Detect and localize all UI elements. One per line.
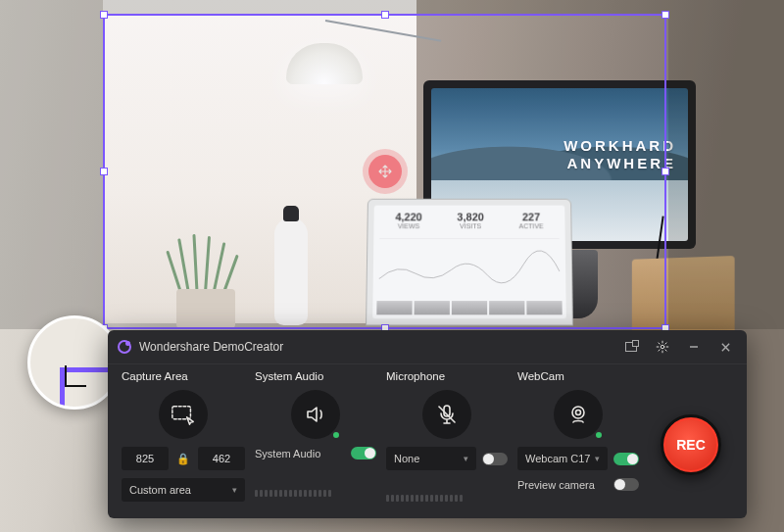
microphone-selected: None xyxy=(394,453,419,464)
mic-muted-icon xyxy=(435,403,459,426)
chevron-down-icon: ▾ xyxy=(232,485,237,495)
svg-point-4 xyxy=(576,411,581,415)
resize-handle-w[interactable] xyxy=(100,168,108,175)
preview-camera-toggle[interactable] xyxy=(613,478,639,491)
status-dot-icon xyxy=(331,430,341,440)
webcam-button[interactable] xyxy=(554,390,603,439)
popout-button[interactable] xyxy=(619,336,643,358)
speaker-icon xyxy=(304,403,327,426)
settings-button[interactable] xyxy=(651,336,674,358)
system-audio-label: System Audio xyxy=(255,448,345,459)
desktop-background: WORKHARD ANYWHERE 4,220VIEWS 3,820VISITS… xyxy=(0,0,784,532)
webcam-toggle[interactable] xyxy=(613,453,639,465)
screen-select-icon xyxy=(171,404,196,425)
capture-area-button[interactable] xyxy=(159,390,208,439)
webcam-title: WebCam xyxy=(517,370,639,382)
system-audio-title: System Audio xyxy=(255,370,376,382)
microphone-title: Microphone xyxy=(386,370,508,382)
move-handle[interactable] xyxy=(368,155,402,188)
webcam-section: WebCam Webcam C17 ▾ Preview c xyxy=(517,370,639,518)
system-audio-button[interactable] xyxy=(291,390,340,439)
system-audio-level xyxy=(255,467,376,518)
app-title: Wondershare DemoCreator xyxy=(139,340,283,354)
record-button[interactable]: REC xyxy=(661,414,721,475)
capture-mode-label: Custom area xyxy=(129,484,191,496)
close-button[interactable] xyxy=(713,336,737,358)
webcam-icon xyxy=(566,403,590,426)
minimize-button[interactable] xyxy=(682,336,706,358)
chevron-down-icon: ▾ xyxy=(464,454,468,463)
capture-mode-dropdown[interactable]: Custom area ▾ xyxy=(122,478,245,502)
svg-point-0 xyxy=(661,345,664,349)
lock-aspect-icon[interactable]: 🔒 xyxy=(174,453,192,465)
system-audio-section: System Audio System Audio xyxy=(255,370,376,518)
capture-area-section: Capture Area 🔒 Custom area ▾ xyxy=(122,370,245,518)
resize-handle-nw[interactable] xyxy=(100,11,108,19)
capture-area-title: Capture Area xyxy=(122,370,245,382)
microphone-button[interactable] xyxy=(422,390,471,439)
microphone-dropdown[interactable]: None ▾ xyxy=(386,447,476,470)
svg-point-3 xyxy=(572,407,584,418)
capture-width-input[interactable] xyxy=(122,447,169,470)
microphone-toggle[interactable] xyxy=(482,453,508,465)
webcam-dropdown[interactable]: Webcam C17 ▾ xyxy=(517,447,608,470)
record-label: REC xyxy=(676,437,706,453)
app-logo-icon xyxy=(118,340,131,354)
chevron-down-icon: ▾ xyxy=(595,454,600,463)
resize-handle-n[interactable] xyxy=(381,11,389,19)
recorder-panel: Wondershare DemoCreator Capture Area xyxy=(108,330,747,518)
microphone-level xyxy=(386,478,508,518)
capture-selection[interactable] xyxy=(103,14,666,329)
capture-height-input[interactable] xyxy=(198,447,245,470)
preview-camera-label: Preview camera xyxy=(517,479,608,491)
resize-handle-e[interactable] xyxy=(662,168,669,175)
microphone-section: Microphone None ▾ xyxy=(386,370,508,518)
webcam-selected: Webcam C17 xyxy=(525,453,590,464)
resize-handle-ne[interactable] xyxy=(662,11,669,19)
system-audio-toggle[interactable] xyxy=(351,447,376,459)
status-dot-icon xyxy=(594,430,604,440)
titlebar[interactable]: Wondershare DemoCreator xyxy=(108,330,747,364)
